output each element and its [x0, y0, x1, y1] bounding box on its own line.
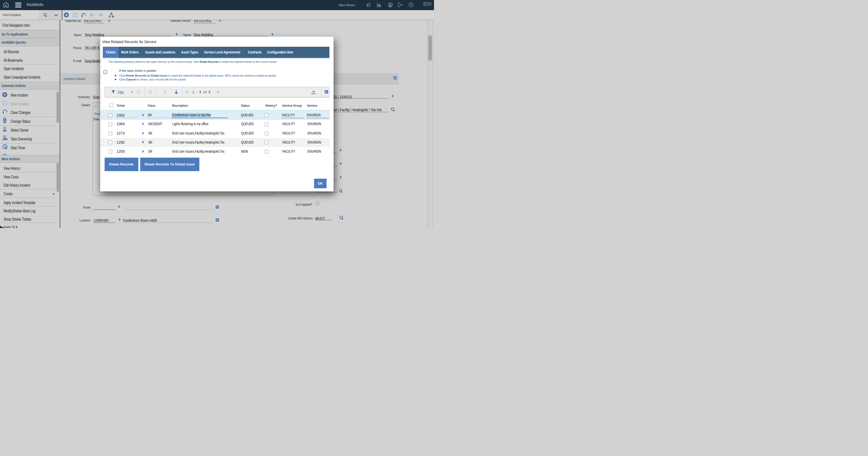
svg-text:i: i: [104, 71, 105, 74]
svg-text:?: ?: [410, 3, 412, 7]
